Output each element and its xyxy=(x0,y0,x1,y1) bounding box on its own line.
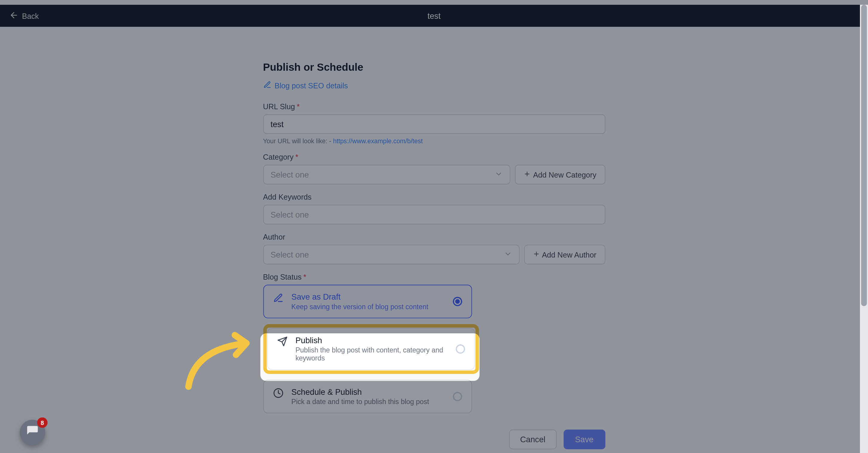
status-option-draft[interactable]: Save as Draft Keep saving the version of… xyxy=(263,285,472,318)
chevron-down-icon xyxy=(504,250,512,259)
page-header-title: test xyxy=(428,11,441,20)
radio-indicator xyxy=(453,392,462,401)
status-publish-desc: Publish the blog post with content, cate… xyxy=(295,346,465,362)
status-option-schedule[interactable]: Schedule & Publish Pick a date and time … xyxy=(263,380,472,413)
status-schedule-desc: Pick a date and time to publish this blo… xyxy=(291,398,429,406)
page-content: Publish or Schedule Blog post SEO detail… xyxy=(263,62,605,453)
seo-link-text: Blog post SEO details xyxy=(275,81,348,90)
status-option-publish-highlight: Publish Publish the blog post with conte… xyxy=(263,324,478,374)
add-author-button[interactable]: Add New Author xyxy=(524,245,605,264)
required-asterisk: * xyxy=(295,153,298,161)
page-title: Publish or Schedule xyxy=(263,62,605,74)
radio-indicator xyxy=(455,344,465,354)
chat-badge: 8 xyxy=(37,418,48,428)
chat-icon xyxy=(26,425,39,440)
category-select[interactable]: Select one xyxy=(263,165,510,185)
spacer xyxy=(0,0,868,5)
form-actions: Cancel Save xyxy=(263,429,605,449)
cancel-button[interactable]: Cancel xyxy=(509,429,556,449)
top-bar: Back test xyxy=(0,5,868,27)
url-slug-value: test xyxy=(271,120,284,129)
author-placeholder: Select one xyxy=(271,250,309,259)
author-field: Author Select one Add New Author xyxy=(263,232,605,264)
keywords-select[interactable]: Select one xyxy=(263,205,605,224)
keywords-field: Add Keywords Select one xyxy=(263,192,605,224)
scrollbar-thumb[interactable] xyxy=(861,5,867,306)
required-asterisk: * xyxy=(303,272,306,281)
blog-status-field: Blog Status* Save as Draft Keep saving t… xyxy=(263,272,605,413)
plus-icon xyxy=(524,170,531,179)
chat-widget-button[interactable]: 8 xyxy=(20,420,45,445)
blog-status-group: Save as Draft Keep saving the version of… xyxy=(263,285,605,413)
url-slug-hint: Your URL will look like: - https://www.e… xyxy=(263,137,605,144)
scrollbar[interactable] xyxy=(860,5,868,453)
seo-details-link[interactable]: Blog post SEO details xyxy=(263,80,348,90)
arrow-left-icon xyxy=(9,10,19,21)
back-button[interactable]: Back xyxy=(9,10,39,21)
status-draft-title: Save as Draft xyxy=(291,292,429,301)
add-category-button[interactable]: Add New Category xyxy=(515,165,605,185)
category-placeholder: Select one xyxy=(271,170,309,179)
pencil-icon xyxy=(263,80,271,90)
back-label: Back xyxy=(22,11,39,20)
status-schedule-title: Schedule & Publish xyxy=(291,387,429,397)
save-button[interactable]: Save xyxy=(563,429,605,449)
tutorial-arrow-icon xyxy=(177,331,258,395)
chevron-down-icon xyxy=(495,169,503,180)
category-field: Category* Select one Add New Category xyxy=(263,153,605,185)
status-option-publish[interactable]: Publish Publish the blog post with conte… xyxy=(267,328,474,370)
author-select[interactable]: Select one xyxy=(263,245,519,264)
keywords-label: Add Keywords xyxy=(263,192,605,201)
blog-status-label: Blog Status* xyxy=(263,272,605,281)
required-asterisk: * xyxy=(297,102,300,111)
url-slug-input[interactable]: test xyxy=(263,114,605,134)
status-draft-desc: Keep saving the version of blog post con… xyxy=(291,302,429,311)
keywords-placeholder: Select one xyxy=(271,210,309,219)
plus-icon xyxy=(533,250,539,259)
url-slug-label: URL Slug* xyxy=(263,102,605,111)
clock-icon xyxy=(273,388,283,398)
send-icon xyxy=(277,336,287,347)
url-slug-field: URL Slug* test Your URL will look like: … xyxy=(263,102,605,144)
url-preview-link[interactable]: https://www.example.com/b/test xyxy=(333,137,423,144)
status-publish-title: Publish xyxy=(295,336,465,345)
category-label: Category* xyxy=(263,153,605,161)
pencil-icon xyxy=(273,293,283,303)
author-label: Author xyxy=(263,232,605,241)
radio-indicator xyxy=(453,297,462,306)
